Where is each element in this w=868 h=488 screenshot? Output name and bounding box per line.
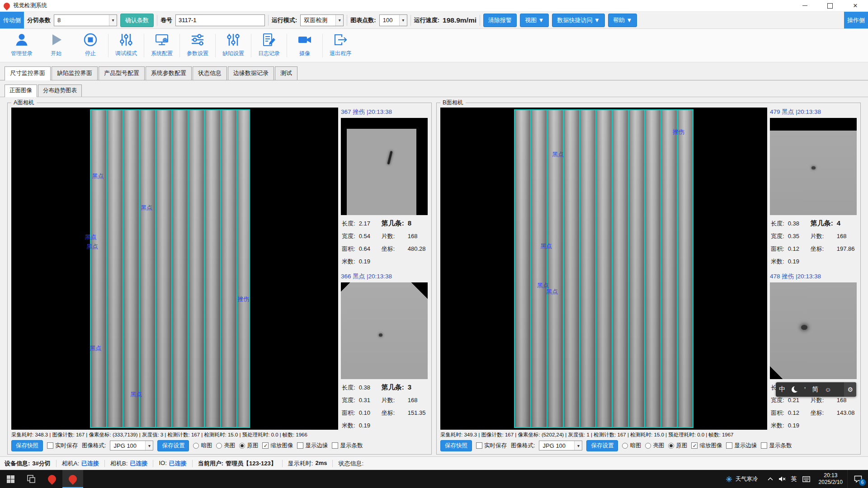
app-window: 视觉检测系统 传动侧 分切条数 8 确认条数 卷号 运行模式: 双面检测 图表点… — [0, 0, 868, 488]
chevron-down-icon — [145, 441, 153, 450]
camera-a-bright-image-radio[interactable]: 亮图 — [216, 442, 235, 450]
taskbar: 天气寒冷 英 20:13 2025/2/10 6 — [0, 470, 868, 488]
camera-b-format-select[interactable]: JPG 100 — [539, 441, 582, 450]
chevron-down-icon — [335, 15, 343, 26]
subtab-front-image[interactable]: 正面图像 — [5, 84, 37, 97]
camera-b-view[interactable]: 挫伤黑点黑点黑点黑点 — [440, 108, 767, 430]
camera-a-controls: 保存快照 实时保存 图像格式: JPG 100 保存设置 暗图 亮图 原图 缩放… — [11, 439, 428, 452]
volume-muted-icon[interactable] — [778, 476, 786, 482]
capture-button[interactable]: 摄像 — [288, 31, 322, 57]
camera-b-dark-image-radio[interactable]: 暗图 — [622, 442, 641, 450]
run-mode-select[interactable]: 双面检测 — [300, 14, 344, 26]
ime-settings-gear-icon[interactable]: ⚙ — [844, 382, 856, 397]
tab-test[interactable]: 测试 — [275, 66, 297, 80]
ime-simplified-mode[interactable]: 简 — [809, 382, 821, 397]
camera-a-format-select[interactable]: JPG 100 — [110, 441, 153, 450]
start-run-button[interactable]: 开始 — [39, 31, 73, 57]
stop-run-button[interactable]: 停止 — [73, 31, 108, 57]
defect-overlay-label: 黑点 — [552, 150, 564, 159]
taskbar-app-button-1[interactable] — [21, 470, 42, 488]
camera-a-realtime-save-checkbox[interactable]: 实时保存 — [47, 442, 78, 450]
taskbar-running-app-vision-system[interactable] — [62, 470, 83, 488]
parameter-settings-button[interactable]: 参数设置 — [180, 31, 215, 57]
camera-b-show-strips-checkbox[interactable]: 显示条数 — [761, 442, 792, 450]
run-speed-label: 运行速度: — [414, 16, 439, 24]
camera-a-view[interactable]: 黑点黑点黑点黑点挫伤黑点黑点 — [11, 108, 338, 430]
system-config-button[interactable]: 系统配置 — [145, 31, 179, 57]
chevron-down-icon — [109, 15, 117, 26]
defect-settings-button[interactable]: 缺陷设置 — [216, 31, 250, 57]
slit-count-select[interactable]: 8 — [54, 14, 117, 26]
sliders-vertical-icon — [118, 32, 134, 49]
close-button[interactable] — [843, 0, 868, 11]
camera-a-snapshot-button[interactable]: 保存快照 — [11, 440, 43, 451]
tab-status-info[interactable]: 状态信息 — [193, 66, 227, 80]
document-pencil-icon — [261, 32, 277, 49]
ime-emoji-icon[interactable]: ☺ — [821, 382, 834, 397]
app-statusbar: 设备信息:3#分切 相机A:已连接 相机B:已连接 IO:已连接 当前用户:管理… — [0, 456, 868, 470]
start-button[interactable] — [0, 470, 21, 488]
camera-b-original-image-radio[interactable]: 原图 — [668, 442, 687, 450]
icon-toolbar: 管理登录 开始 停止 调试模式 系统配置 参数设置 缺陷设置 — [0, 29, 868, 62]
language-indicator[interactable]: 英 — [791, 475, 797, 483]
defect-card-366: 366 黑点 |20:13:38 长度:0.38 第几条:3 宽度:0.31 片… — [341, 272, 428, 430]
notification-badge: 6 — [859, 479, 866, 486]
tab-system-param-config[interactable]: 系统参数配置 — [146, 66, 192, 80]
ime-toolbar[interactable]: 中 ’ 简 ☺ ⚙ — [776, 382, 856, 397]
camera-b-snapshot-button[interactable]: 保存快照 — [440, 440, 472, 451]
ime-language-mode[interactable]: 中 — [776, 382, 788, 397]
chart-points-select[interactable]: 100 — [379, 14, 407, 26]
camera-a-save-settings-button[interactable]: 保存设置 — [157, 440, 189, 451]
taskbar-clock[interactable]: 20:13 2025/2/10 — [814, 470, 847, 488]
debug-mode-button[interactable]: 调试模式 — [109, 31, 143, 57]
help-menu-button[interactable]: 帮助 ▼ — [608, 14, 637, 27]
chevron-down-icon — [574, 441, 582, 450]
defect-card-header[interactable]: 479 黑点 |20:13:38 — [770, 108, 857, 118]
tab-size-monitor[interactable]: 尺寸监控界面 — [5, 66, 51, 80]
camera-b-save-settings-button[interactable]: 保存设置 — [586, 440, 618, 451]
user-icon — [14, 32, 29, 49]
operate-side-button[interactable]: 操作侧 — [844, 12, 868, 28]
ime-halfwidth-moon-icon[interactable] — [792, 386, 798, 393]
display-time-value: 2ms — [315, 460, 327, 468]
ime-punctuation-mode[interactable]: ’ — [801, 382, 809, 397]
camera-a-original-image-radio[interactable]: 原图 — [239, 442, 258, 450]
drive-side-button[interactable]: 传动侧 — [0, 12, 24, 28]
clock-date: 2025/2/10 — [819, 479, 843, 486]
ime-keyboard-icon[interactable] — [802, 476, 810, 482]
defect-card-header[interactable]: 366 黑点 |20:13:38 — [341, 272, 428, 282]
log-record-button[interactable]: 日志记录 — [252, 31, 286, 57]
tab-edge-data-record[interactable]: 边缘数据记录 — [228, 66, 274, 80]
camera-b-panel: B面相机 挫伤黑点黑点黑点黑点 479 黑点 |20:13:38 长度:0.38… — [436, 103, 861, 455]
tab-defect-monitor[interactable]: 缺陷监控界面 — [52, 66, 98, 80]
camera-b-realtime-save-checkbox[interactable]: 实时保存 — [476, 442, 507, 450]
sub-tabs: 正面图像 分布趋势图表 — [0, 80, 868, 97]
camera-a-zoom-image-checkbox[interactable]: 缩放图像 — [262, 442, 293, 450]
camera-a-show-edge-checkbox[interactable]: 显示边缘 — [297, 442, 328, 450]
taskbar-app-button-2[interactable] — [42, 470, 62, 488]
subtab-trend-chart[interactable]: 分布趋势图表 — [38, 84, 82, 97]
tab-product-model-config[interactable]: 产品型号配置 — [99, 66, 145, 80]
camera-a-format-label: 图像格式: — [82, 442, 106, 450]
admin-login-button[interactable]: 管理登录 — [5, 31, 39, 57]
defect-overlay-label: 黑点 — [85, 233, 97, 241]
defect-card-header[interactable]: 478 挫伤 |20:13:38 — [770, 272, 857, 282]
data-quick-access-menu-button[interactable]: 数据快捷访问 ▼ — [552, 14, 604, 27]
confirm-count-button[interactable]: 确认条数 — [120, 14, 154, 27]
minimize-button[interactable] — [792, 0, 817, 11]
taskbar-weather-widget[interactable]: 天气寒冷 — [720, 470, 764, 488]
camera-b-bright-image-radio[interactable]: 亮图 — [645, 442, 664, 450]
restore-button[interactable] — [817, 0, 843, 11]
defect-card-header[interactable]: 367 挫伤 |20:13:38 — [341, 108, 428, 118]
exit-program-button[interactable]: 退出程序 — [323, 31, 358, 57]
roll-number-input[interactable] — [175, 14, 265, 26]
clear-alarm-button[interactable]: 清除报警 — [483, 14, 517, 27]
defect-overlay-label: 黑点 — [141, 204, 152, 212]
camera-a-show-strips-checkbox[interactable]: 显示条数 — [332, 442, 363, 450]
camera-a-dark-image-radio[interactable]: 暗图 — [193, 442, 212, 450]
view-menu-button[interactable]: 视图 ▼ — [520, 14, 549, 27]
camera-b-zoom-image-checkbox[interactable]: 缩放图像 — [691, 442, 722, 450]
action-center-button[interactable]: 6 — [847, 470, 868, 488]
camera-b-show-edge-checkbox[interactable]: 显示边缘 — [726, 442, 757, 450]
tray-chevron-up-icon[interactable] — [768, 477, 773, 481]
